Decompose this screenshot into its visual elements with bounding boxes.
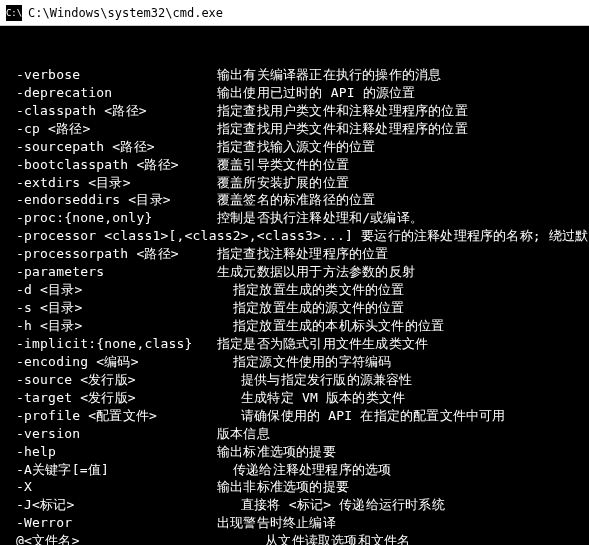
option-flag: -X [2, 478, 217, 496]
option-line: -Werror出现警告时终止编译 [2, 514, 587, 532]
option-flag: -verbose [2, 66, 217, 84]
option-line: -classpath <路径>指定查找用户类文件和注释处理程序的位置 [2, 102, 587, 120]
option-flag: -classpath <路径> [2, 102, 217, 120]
option-flag: -bootclasspath <路径> [2, 156, 217, 174]
window-title-bar: C:\ C:\Windows\system32\cmd.exe [0, 0, 589, 26]
option-line: -A关键字[=值] 传递给注释处理程序的选项 [2, 461, 587, 479]
option-description: 覆盖引导类文件的位置 [217, 156, 587, 174]
option-line: -s <目录> 指定放置生成的源文件的位置 [2, 299, 587, 317]
option-flag: -processor <class1>[,<class2>,<class3>..… [2, 227, 588, 245]
option-line: -proc:{none,only}控制是否执行注释处理和/或编译。 [2, 209, 587, 227]
option-line: -J<标记> 直接将 <标记> 传递给运行时系统 [2, 496, 587, 514]
option-flag: -s <目录> [2, 299, 217, 317]
option-flag: -J<标记> [2, 496, 217, 514]
option-flag: -extdirs <目录> [2, 174, 217, 192]
terminal-output[interactable]: -verbose输出有关编译器正在执行的操作的消息-deprecation输出使… [0, 26, 589, 545]
option-description: 指定查找注释处理程序的位置 [217, 245, 587, 263]
option-flag: -source <发行版> [2, 371, 217, 389]
option-line: -target <发行版> 生成特定 VM 版本的类文件 [2, 389, 587, 407]
option-line: -sourcepath <路径>指定查找输入源文件的位置 [2, 138, 587, 156]
option-description: 指定放置生成的本机标头文件的位置 [217, 317, 587, 335]
option-line: @<文件名> 从文件读取选项和文件名 [2, 532, 587, 545]
option-description: 出现警告时终止编译 [217, 514, 587, 532]
window-title: C:\Windows\system32\cmd.exe [28, 6, 223, 20]
option-description: 控制是否执行注释处理和/或编译。 [217, 209, 587, 227]
option-description: 输出非标准选项的提要 [217, 478, 587, 496]
option-line: -bootclasspath <路径>覆盖引导类文件的位置 [2, 156, 587, 174]
option-description: 指定查找用户类文件和注释处理程序的位置 [217, 102, 587, 120]
option-flag: -cp <路径> [2, 120, 217, 138]
option-line: -source <发行版> 提供与指定发行版的源兼容性 [2, 371, 587, 389]
option-flag: -version [2, 425, 217, 443]
cmd-icon: C:\ [6, 5, 22, 21]
option-line: -processor <class1>[,<class2>,<class3>..… [2, 227, 587, 245]
option-description: 版本信息 [217, 425, 587, 443]
option-line: -endorseddirs <目录>覆盖签名的标准路径的位置 [2, 191, 587, 209]
option-description: 指定查找输入源文件的位置 [217, 138, 587, 156]
option-flag: -implicit:{none,class} [2, 335, 217, 353]
option-line: -extdirs <目录>覆盖所安装扩展的位置 [2, 174, 587, 192]
option-flag: -deprecation [2, 84, 217, 102]
option-description: 直接将 <标记> 传递给运行时系统 [217, 496, 587, 514]
option-description: 输出标准选项的提要 [217, 443, 587, 461]
option-flag: -profile <配置文件> [2, 407, 217, 425]
option-line: -version版本信息 [2, 425, 587, 443]
option-flag: -endorseddirs <目录> [2, 191, 217, 209]
option-flag: -parameters [2, 263, 217, 281]
option-flag: -A关键字[=值] [2, 461, 217, 479]
option-flag: -proc:{none,only} [2, 209, 217, 227]
option-description: 生成特定 VM 版本的类文件 [217, 389, 587, 407]
option-flag: -encoding <编码> [2, 353, 217, 371]
option-line: -help输出标准选项的提要 [2, 443, 587, 461]
option-line: -cp <路径>指定查找用户类文件和注释处理程序的位置 [2, 120, 587, 138]
option-description: 指定放置生成的类文件的位置 [217, 281, 587, 299]
option-description: 请确保使用的 API 在指定的配置文件中可用 [217, 407, 587, 425]
option-flag: @<文件名> [2, 532, 217, 545]
option-description: 指定查找用户类文件和注释处理程序的位置 [217, 120, 587, 138]
option-line: -h <目录> 指定放置生成的本机标头文件的位置 [2, 317, 587, 335]
option-description: 输出有关编译器正在执行的操作的消息 [217, 66, 587, 84]
option-description: 提供与指定发行版的源兼容性 [217, 371, 587, 389]
option-line: -parameters生成元数据以用于方法参数的反射 [2, 263, 587, 281]
option-description: 从文件读取选项和文件名 [217, 532, 587, 545]
option-flag: -sourcepath <路径> [2, 138, 217, 156]
option-line: -processorpath <路径>指定查找注释处理程序的位置 [2, 245, 587, 263]
option-flag: -target <发行版> [2, 389, 217, 407]
option-line: -deprecation输出使用已过时的 API 的源位置 [2, 84, 587, 102]
option-flag: -Werror [2, 514, 217, 532]
option-description: 生成元数据以用于方法参数的反射 [217, 263, 587, 281]
option-description: 指定是否为隐式引用文件生成类文件 [217, 335, 587, 353]
option-line: -profile <配置文件> 请确保使用的 API 在指定的配置文件中可用 [2, 407, 587, 425]
option-flag: -processorpath <路径> [2, 245, 217, 263]
option-description: 指定源文件使用的字符编码 [217, 353, 587, 371]
option-description: 输出使用已过时的 API 的源位置 [217, 84, 587, 102]
option-flag: -help [2, 443, 217, 461]
option-line: -X输出非标准选项的提要 [2, 478, 587, 496]
option-line: -implicit:{none,class}指定是否为隐式引用文件生成类文件 [2, 335, 587, 353]
option-description: 覆盖所安装扩展的位置 [217, 174, 587, 192]
option-description: 覆盖签名的标准路径的位置 [217, 191, 587, 209]
option-flag: -d <目录> [2, 281, 217, 299]
option-description: 传递给注释处理程序的选项 [217, 461, 587, 479]
option-line: -encoding <编码> 指定源文件使用的字符编码 [2, 353, 587, 371]
option-line: -verbose输出有关编译器正在执行的操作的消息 [2, 66, 587, 84]
option-line: -d <目录> 指定放置生成的类文件的位置 [2, 281, 587, 299]
option-flag: -h <目录> [2, 317, 217, 335]
option-description: 指定放置生成的源文件的位置 [217, 299, 587, 317]
